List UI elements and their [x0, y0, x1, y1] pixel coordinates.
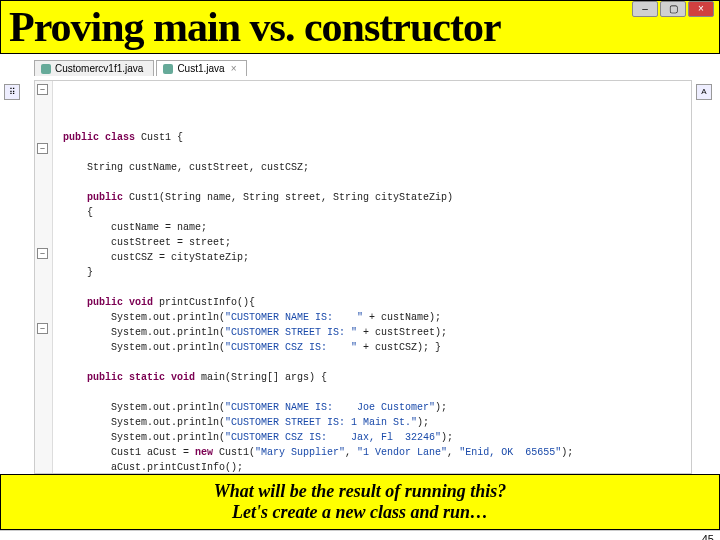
fold-gutter: – – – –: [35, 81, 53, 473]
tab-label: Customercv1f1.java: [55, 63, 143, 74]
slide-footer: Chapter 2 © copyright Janson Industries …: [0, 530, 720, 540]
right-toolbar: A: [696, 84, 716, 104]
minimize-button[interactable]: –: [632, 1, 658, 17]
code-editor[interactable]: – – – – public class Cust1 { String cust…: [34, 80, 692, 474]
close-button[interactable]: ×: [688, 1, 714, 17]
tab-label: Cust1.java: [177, 63, 224, 74]
tab-cust1-file[interactable]: Cust1.java ×: [156, 60, 247, 76]
slide-title: Proving main vs. constructor: [0, 0, 720, 54]
fold-icon[interactable]: –: [37, 143, 48, 154]
question-line-1: What will be the result of running this?: [9, 481, 711, 502]
slide-number: 45: [702, 533, 714, 540]
fold-icon[interactable]: –: [37, 248, 48, 259]
fold-icon[interactable]: –: [37, 323, 48, 334]
java-file-icon: [41, 64, 51, 74]
outline-icon[interactable]: A: [696, 84, 712, 100]
java-file-icon: [163, 64, 173, 74]
fold-icon[interactable]: –: [37, 84, 48, 95]
editor-tabs: Customercv1f1.java Cust1.java ×: [34, 60, 247, 76]
ide-screenshot: ⠿ Customercv1f1.java Cust1.java × A – – …: [0, 54, 720, 474]
question-banner: What will be the result of running this?…: [0, 474, 720, 530]
source-code: public class Cust1 { String custName, cu…: [63, 130, 691, 474]
tab-customer-file[interactable]: Customercv1f1.java: [34, 60, 154, 76]
close-icon[interactable]: ×: [231, 63, 237, 74]
left-toolbar: ⠿: [4, 84, 28, 100]
question-line-2: Let's create a new class and run…: [9, 502, 711, 523]
maximize-button[interactable]: ▢: [660, 1, 686, 17]
package-explorer-icon[interactable]: ⠿: [4, 84, 20, 100]
window-controls: – ▢ ×: [632, 1, 714, 17]
